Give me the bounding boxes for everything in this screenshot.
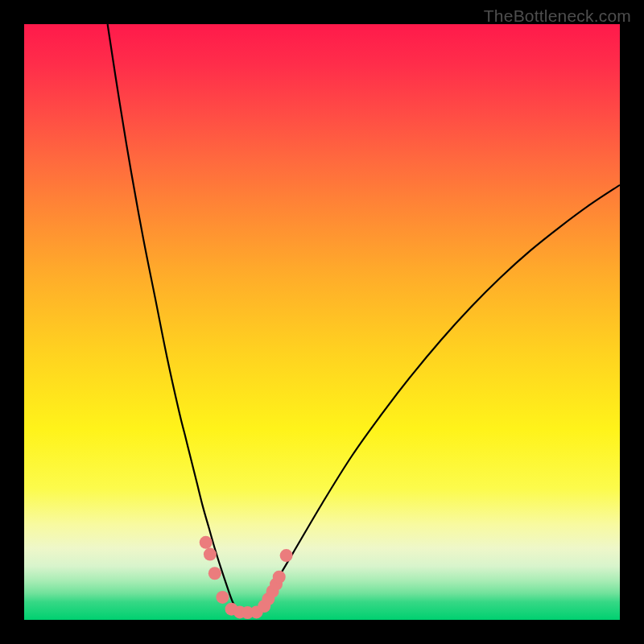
data-point: [216, 591, 229, 604]
plot-area: [24, 24, 620, 620]
data-point: [204, 548, 217, 561]
watermark-text: TheBottleneck.com: [484, 6, 631, 26]
data-point: [200, 536, 213, 549]
data-point: [208, 567, 221, 580]
bottleneck-curve: [108, 24, 620, 617]
chart-frame: TheBottleneck.com: [0, 0, 644, 644]
chart-svg: [24, 24, 620, 620]
data-point: [280, 549, 293, 562]
curve-group: [108, 24, 620, 617]
dots-group: [200, 536, 293, 619]
data-point: [273, 571, 286, 584]
